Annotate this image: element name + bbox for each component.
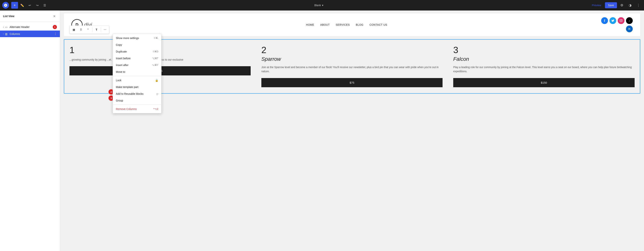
pricing-number-2: 2 (261, 46, 442, 55)
sidebar-close-button[interactable]: ✕ (52, 13, 57, 19)
insert-after-shortcut: ⌥⌘Y (152, 64, 158, 66)
main-layout: List View ✕ › ▭ Alternate Header 1 › ▥ C… (0, 10, 644, 251)
pricing-tier-3: Falcon (453, 56, 634, 62)
chevron-right-icon: › (3, 26, 4, 28)
pricing-button-3[interactable]: $150 (453, 78, 634, 87)
pricing-tier-2: Sparrow (261, 56, 442, 62)
context-remove-columns[interactable]: Remove Columns ^⌥Z (113, 106, 161, 112)
svg-point-1 (620, 20, 622, 21)
lock-label: Lock (116, 79, 154, 82)
reusable-blocks-icon: ◇ (156, 92, 158, 95)
pricing-col-2: 2 Sparrow Join at the Sparrow level and … (256, 39, 448, 93)
instagram-icon[interactable] (618, 17, 624, 24)
sidebar-item-alternate-header[interactable]: › ▭ Alternate Header 1 (0, 23, 60, 30)
context-copy[interactable]: Copy (113, 41, 161, 48)
site-nav: HOME ABOUT SERVICES BLOG CONTACT US (306, 23, 387, 26)
sidebar-header: List View ✕ (0, 10, 60, 22)
nav-home[interactable]: HOME (306, 23, 314, 26)
chevron-down-icon: ▾ (322, 4, 323, 7)
context-lock[interactable]: Lock 🔒 (113, 77, 161, 84)
sidebar-title: List View (3, 15, 14, 18)
site-header: D divi HOME ABOUT SERVICES BLOG CONTACT … (64, 13, 640, 36)
context-add-to-reusable-blocks[interactable]: Add to Reusable blocks ◇ (113, 90, 161, 97)
contrast-icon[interactable]: ◑ (627, 2, 634, 9)
lock-icon: 🔒 (155, 79, 158, 82)
insert-after-label: Insert after (116, 64, 150, 67)
remove-columns-shortcut: ^⌥Z (153, 108, 158, 110)
block-toolbar: ▦ ⠿ ⌃ T ⋯ (70, 25, 109, 34)
copy-label: Copy (116, 43, 158, 46)
badge-number-1: 1 (53, 25, 57, 29)
make-template-part-label: Make template part (116, 86, 158, 89)
transform-button[interactable]: T (93, 26, 100, 33)
context-menu: Show more settings ⇧⌘, Copy Duplicate ⇧⌘… (113, 34, 162, 113)
social-row-2: in (626, 25, 633, 32)
context-duplicate[interactable]: Duplicate ⇧⌘D (113, 48, 161, 55)
social-icons: f ♪ in (601, 17, 633, 32)
redo-button[interactable]: ↪ (34, 2, 40, 9)
show-more-settings-label: Show more settings (116, 36, 151, 39)
sidebar-item-columns[interactable]: › ▥ Columns ⋮ (0, 30, 60, 37)
context-make-template-part[interactable]: Make template part (113, 84, 161, 90)
save-button[interactable]: Save (605, 2, 617, 8)
nav-contact[interactable]: CONTACT US (370, 23, 387, 26)
toolbar-divider (92, 27, 92, 32)
add-to-reusable-blocks-label: Add to Reusable blocks (116, 92, 155, 95)
social-row-1: f ♪ (601, 17, 633, 24)
pricing-number-3: 3 (453, 46, 634, 55)
more-options-icon[interactable]: ⋮ (635, 2, 642, 9)
website-frame: D divi HOME ABOUT SERVICES BLOG CONTACT … (64, 13, 640, 36)
nav-services[interactable]: SERVICES (336, 23, 350, 26)
nav-about[interactable]: ABOUT (320, 23, 330, 26)
content-area: D divi HOME ABOUT SERVICES BLOG CONTACT … (60, 10, 644, 251)
toolbar-center: Blank ▾ (49, 3, 589, 8)
more-block-options-button[interactable]: ⋯ (102, 26, 108, 33)
toolbar-right: Preview Save ⚙ ◑ ⋮ (590, 2, 642, 9)
context-menu-separator-2 (113, 105, 161, 105)
tiktok-icon[interactable]: ♪ (626, 17, 633, 24)
settings-icon[interactable]: ⚙ (618, 2, 625, 9)
tools-button[interactable]: ✏️ (19, 2, 26, 9)
pricing-desc-3: Play a leading role for our community by… (453, 65, 634, 73)
sidebar-list: › ▭ Alternate Header 1 › ▥ Columns ⋮ (0, 22, 60, 39)
pricing-desc-2: Join at the Sparrow level and become a m… (261, 65, 442, 73)
twitter-icon[interactable] (610, 17, 616, 24)
more-options-icon[interactable]: ⋮ (54, 32, 57, 36)
remove-columns-label: Remove Columns (116, 107, 151, 110)
undo-button[interactable]: ↩ (26, 2, 33, 9)
chevron-right-icon: › (3, 33, 4, 35)
pricing-button-2[interactable]: $75 (261, 78, 442, 87)
move-up-button[interactable]: ⌃ (85, 26, 92, 33)
move-to-label: Move to (116, 70, 158, 73)
document-title: Blank (314, 4, 321, 7)
block-toolbar-container: ▦ ⠿ ⌃ T ⋯ (70, 25, 109, 34)
linkedin-icon[interactable]: in (626, 25, 633, 32)
wp-toolbar: + ✏️ ↩ ↪ ☰ Blank ▾ Preview Save ⚙ ◑ ⋮ (0, 0, 644, 10)
duplicate-shortcut: ⇧⌘D (152, 50, 158, 53)
block-icon: ▭ (5, 25, 8, 28)
context-move-to[interactable]: Move to (113, 68, 161, 75)
context-show-more-settings[interactable]: Show more settings ⇧⌘, (113, 35, 161, 41)
document-title-button[interactable]: Blank ▾ (312, 3, 325, 8)
insert-before-label: Insert before (116, 57, 150, 60)
nav-blog[interactable]: BLOG (356, 23, 364, 26)
sidebar-item-label: Alternate Header (10, 25, 30, 28)
facebook-icon[interactable]: f (601, 17, 608, 24)
svg-rect-0 (620, 19, 622, 22)
group-label: Group (116, 99, 158, 102)
context-insert-before[interactable]: Insert before ⌥⌘T (113, 55, 161, 62)
context-insert-after[interactable]: Insert after ⌥⌘Y (113, 62, 161, 68)
preview-button[interactable]: Preview (590, 3, 604, 8)
change-block-type-button[interactable]: ▦ (70, 26, 77, 33)
add-block-button[interactable]: + (11, 2, 18, 9)
context-group[interactable]: Group (113, 97, 161, 104)
context-menu-separator-1 (113, 76, 161, 76)
svg-point-2 (622, 20, 622, 20)
drag-handle-button[interactable]: ⠿ (78, 26, 84, 33)
show-more-settings-shortcut: ⇧⌘, (154, 37, 158, 39)
wp-logo[interactable] (2, 2, 9, 9)
duplicate-label: Duplicate (116, 50, 150, 53)
list-view-button[interactable]: ☰ (41, 2, 48, 9)
insert-before-shortcut: ⌥⌘T (152, 57, 158, 60)
sidebar-item-label: Columns (10, 32, 20, 35)
